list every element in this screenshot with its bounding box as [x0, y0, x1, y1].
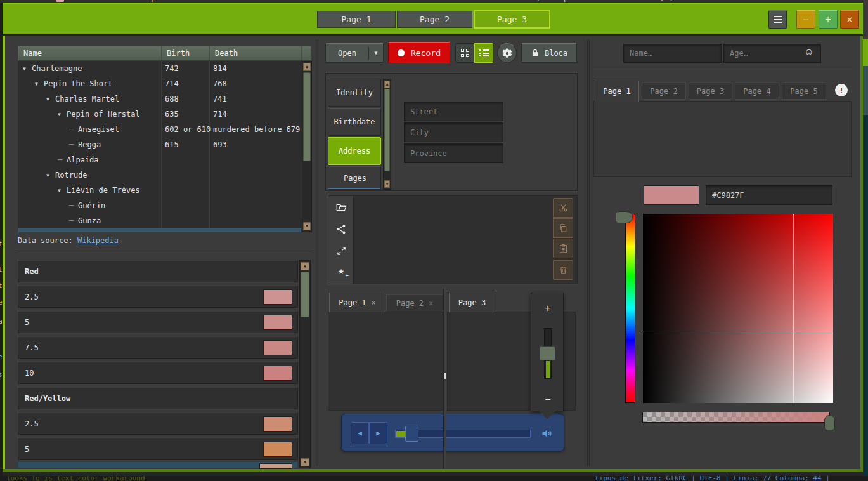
tab-close-icon[interactable]: ×	[429, 299, 433, 308]
expander-icon[interactable]: ▼	[58, 188, 67, 194]
tab-page4[interactable]: Page 4	[735, 82, 779, 100]
list-item[interactable]: 7.5	[18, 336, 298, 359]
tree-row[interactable]: ─ Alpaida	[18, 152, 302, 168]
tab-page1[interactable]: Page 1	[595, 81, 639, 102]
alert-icon[interactable]: !	[835, 84, 848, 96]
datasource-link[interactable]: Wikipedia	[77, 236, 119, 245]
share-button[interactable]	[335, 223, 347, 235]
hue-slider[interactable]	[625, 214, 635, 403]
titlebar-tab-page1[interactable]: Page 1	[317, 11, 396, 28]
tab-close-icon[interactable]: ×	[372, 298, 376, 307]
tree-row[interactable]: ▼ Pepin the Short 714 768	[18, 76, 302, 91]
hue-slider-handle[interactable]	[616, 211, 633, 223]
tree-header[interactable]: Name Birth Death	[18, 46, 312, 61]
volume-slider-handle[interactable]	[540, 346, 555, 360]
tree-column-birth[interactable]: Birth	[162, 46, 210, 60]
tree-row[interactable]: ▼ Charles Martel 688 741	[18, 91, 302, 107]
sidebar-item-identity[interactable]: Identity	[328, 79, 381, 107]
sidebar-item-pages[interactable]: Pages	[328, 166, 381, 190]
chevron-down-icon[interactable]: ▼	[369, 50, 383, 56]
paste-button[interactable]	[553, 239, 573, 258]
close-button[interactable]: ×	[840, 10, 859, 29]
scroll-down-icon[interactable]: ▼	[303, 222, 311, 230]
titlebar-tab-page2[interactable]: Page 2	[397, 11, 472, 28]
scroll-up-icon[interactable]: ▲	[303, 63, 311, 71]
list-item[interactable]: 2.5	[18, 412, 298, 435]
province-field[interactable]	[404, 143, 503, 163]
scroll-up-icon[interactable]: ▲	[384, 81, 390, 88]
notebook-tab-page2[interactable]: Page 2 ×	[386, 294, 443, 312]
tree-scrollbar[interactable]: ▲ ▼	[302, 61, 312, 232]
lock-button[interactable]: Bloca	[521, 43, 577, 63]
list-item[interactable]: 10	[18, 362, 298, 384]
paned-separator-left[interactable]	[316, 39, 318, 466]
grid-view-toggle[interactable]	[455, 43, 474, 63]
current-color-swatch[interactable]	[644, 185, 699, 205]
tree-row[interactable]: ─ Guérin	[18, 198, 302, 213]
copy-button[interactable]	[553, 218, 573, 238]
list-item[interactable]: Red	[18, 260, 298, 282]
tab-page2[interactable]: Page 2	[642, 82, 686, 100]
notebook-tab-page3[interactable]: Page 3	[449, 293, 495, 312]
alpha-slider[interactable]	[642, 412, 830, 423]
tree-row[interactable]: ▼ Liévin de Trèves	[18, 183, 302, 198]
sidebar-scrollbar-thumb[interactable]	[384, 89, 390, 171]
list-item[interactable]: Red/Yellow	[18, 387, 298, 409]
paned-separator-right[interactable]	[587, 39, 590, 466]
city-field[interactable]	[404, 122, 503, 142]
paned-separator-middle[interactable]	[443, 289, 446, 468]
delete-button[interactable]	[553, 260, 573, 280]
open-folder-button[interactable]	[335, 201, 347, 214]
list-item[interactable]: 5	[18, 438, 298, 460]
cut-button[interactable]	[553, 198, 573, 218]
scroll-up-icon[interactable]: ▲	[301, 262, 309, 270]
media-forward-button[interactable]: ▶	[369, 422, 387, 444]
expander-icon[interactable]: ▼	[46, 173, 55, 178]
settings-button[interactable]	[497, 43, 517, 63]
titlebar-tab-page3[interactable]: Page 3	[474, 10, 550, 29]
sidebar-scrollbar[interactable]: ▲ ▼	[383, 79, 391, 190]
tree-row[interactable]: ▼ Pepin of Herstal 635 714	[18, 107, 302, 122]
tab-page5[interactable]: Page 5	[782, 82, 826, 100]
record-button[interactable]: Record	[388, 42, 450, 63]
volume-minus-button[interactable]: −	[531, 392, 564, 407]
sidebar-item-birthdate[interactable]: Birthdate	[328, 108, 381, 136]
hex-color-input[interactable]	[706, 185, 832, 205]
maximize-button[interactable]: +	[819, 10, 838, 29]
favorite-button[interactable]: ★ +	[335, 265, 347, 277]
tree-row[interactable]: ─ Gunza	[18, 213, 302, 228]
volume-plus-button[interactable]: +	[531, 301, 564, 316]
media-volume-button[interactable]	[540, 426, 555, 441]
tree-column-name[interactable]: Name	[18, 46, 162, 60]
name-field[interactable]	[623, 44, 722, 63]
list-item[interactable]: 5	[18, 311, 298, 333]
alpha-slider-handle[interactable]	[824, 415, 835, 430]
paned-handle[interactable]	[444, 373, 446, 379]
scroll-down-icon[interactable]: ▼	[384, 180, 390, 188]
list-view-toggle[interactable]	[474, 43, 493, 63]
sidebar-item-address[interactable]: Address	[328, 137, 381, 165]
notebook-tab-page1[interactable]: Page 1 ×	[329, 293, 385, 312]
tree-row[interactable]: ─ Begga 615 693	[18, 137, 302, 152]
list-item[interactable]: 2.5	[18, 286, 298, 308]
street-field[interactable]	[404, 102, 503, 121]
fullscreen-button[interactable]	[335, 244, 347, 257]
expander-icon[interactable]: ▼	[58, 112, 67, 117]
minimize-button[interactable]: −	[796, 10, 815, 29]
scroll-down-icon[interactable]: ▼	[301, 458, 309, 466]
expander-icon[interactable]: ▼	[23, 66, 32, 72]
listbox-scrollbar-thumb[interactable]	[301, 272, 309, 317]
media-slider-handle[interactable]	[405, 426, 418, 442]
listbox-scrollbar[interactable]: ▲ ▼	[299, 260, 311, 468]
tree-row[interactable]: ▼ Rotrude	[18, 168, 302, 183]
tree-column-death[interactable]: Death	[210, 46, 302, 60]
list-item-partial-selected[interactable]	[18, 461, 298, 468]
expander-icon[interactable]: ▼	[46, 96, 55, 102]
tree-row[interactable]: ─ Ansegisel 602 or 610 murdered before 6…	[18, 122, 302, 137]
tree-row[interactable]: ▼ Charlemagne 742 814	[18, 61, 302, 76]
open-button[interactable]: Open ▼	[325, 43, 384, 63]
tree-scrollbar-thumb[interactable]	[303, 72, 311, 161]
smiley-icon[interactable]: ☺	[806, 46, 812, 58]
expander-icon[interactable]: ▼	[35, 81, 44, 87]
menu-button[interactable]	[768, 10, 787, 29]
